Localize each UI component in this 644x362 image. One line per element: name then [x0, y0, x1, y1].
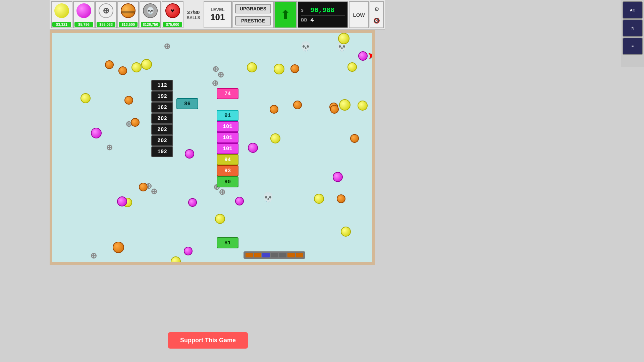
brick-block: 202 [151, 135, 173, 146]
ball-in-field [293, 101, 302, 109]
ball-slot-skull[interactable]: 💀 $126,750 [140, 1, 161, 28]
brick-block: 192 [151, 146, 173, 157]
ball-in-field [350, 134, 359, 143]
settings-gear-icon[interactable]: ⚙ [374, 6, 379, 12]
ball-in-field [341, 227, 351, 237]
quality-label: LOW [353, 12, 365, 18]
ball-in-field [118, 66, 127, 75]
ball-in-field [247, 62, 257, 72]
prestige-arrow-icon: ⬆ [280, 9, 290, 21]
upgrades-prestige-box: UPGRADES PRESTIGE [232, 1, 274, 28]
ball-plus-icon: ⊕ [99, 3, 113, 18]
ball-in-field [171, 256, 181, 265]
progress-seg [254, 253, 261, 257]
brick-block: 101 [217, 121, 238, 132]
balls-counter: 37/80 BALLS [184, 1, 203, 28]
brick-block: 202 [151, 113, 173, 124]
ball-in-field [141, 59, 152, 70]
ball-in-field [274, 64, 284, 74]
prestige-arrow-box[interactable]: ⬆ [274, 1, 297, 28]
ball-in-field [248, 143, 258, 153]
ball-in-field [339, 99, 351, 111]
ball-in-field [80, 93, 91, 103]
support-button[interactable]: Support This Game [168, 332, 248, 349]
ball-magenta [76, 3, 91, 18]
skull-icon: 💀 [262, 192, 274, 203]
settings-box: ⚙ 🔇 [370, 1, 384, 28]
quality-box: LOW [349, 1, 369, 28]
ball-slot-magenta[interactable]: $5,796 [73, 1, 95, 28]
brick-block: 101 [217, 143, 238, 154]
ball-skull-icon: 💀 [143, 3, 158, 18]
ball-yellow [54, 3, 69, 18]
brick-block: 202 [151, 124, 173, 135]
activity-button[interactable]: AC [623, 1, 643, 19]
brick-block: 90 [217, 176, 238, 187]
ball-in-field [235, 197, 244, 205]
ball-in-field [314, 194, 324, 204]
upgrades-button[interactable]: UPGRADES [235, 4, 271, 13]
ball-price-magenta: $5,796 [74, 22, 93, 27]
brick-block: 162 [151, 102, 173, 113]
brick-block: 192 [151, 91, 173, 102]
ball-in-field [184, 247, 193, 255]
ball-in-field [139, 183, 148, 191]
ball-red-icon: ☢ [165, 3, 180, 18]
sound-icon[interactable]: 🔇 [373, 17, 380, 24]
bb-value: 4 [310, 17, 314, 23]
level-box: LEVEL 101 [204, 1, 232, 28]
balls-label: BALLS [187, 15, 200, 20]
menu-icon: ≡ [632, 44, 634, 48]
ball-price-yellow: $3,321 [52, 22, 71, 27]
game-field[interactable]: ➤ ⊕ ⊕ ⊕ ⊕ ⊕ ⊕ ⊕ ⊕ ⊕ ⊕ ⊕ 💀 💀 💀 112 192 16… [50, 30, 375, 265]
cross-target: ⊕ [106, 143, 113, 152]
ball-in-field [124, 96, 133, 105]
ball-in-field [338, 33, 350, 44]
ball-in-field [270, 133, 280, 143]
ball-in-field [358, 101, 368, 111]
ball-price-orange-stripe: $13,500 [119, 22, 138, 27]
progress-seg [246, 253, 253, 257]
level-number: 101 [210, 12, 225, 22]
ball-in-field [333, 172, 343, 182]
ball-in-field [91, 128, 102, 138]
skull-icon: 💀 [300, 41, 312, 52]
activity-icon: AC [630, 8, 635, 12]
ball-in-field [185, 149, 194, 159]
ball-in-field [347, 62, 357, 72]
brick-block: 94 [217, 154, 238, 165]
hud-bar: $3,321 $5,796 ⊕ $55,033 $13,500 💀 $126,7… [50, 0, 385, 30]
progress-seg [279, 253, 286, 257]
brick-block: 101 [217, 132, 238, 143]
ball-slot-plus[interactable]: ⊕ $55,033 [95, 1, 117, 28]
menu-button[interactable]: ≡ [623, 38, 643, 55]
star-icon: ☆ [631, 26, 634, 31]
ball-slot-orange-stripe[interactable]: $13,500 [117, 1, 139, 28]
ball-in-field [131, 118, 140, 127]
favorites-button[interactable]: ☆ [623, 19, 643, 37]
ball-in-field [105, 60, 114, 69]
ball-slot-red[interactable]: ☢ $75,000 [162, 1, 183, 28]
cursor-arrow: ➤ [367, 49, 375, 61]
level-label: LEVEL [211, 7, 225, 12]
ball-in-field [215, 214, 225, 224]
ball-in-field [113, 242, 124, 253]
ball-price-skull: $126,750 [141, 22, 160, 27]
ball-price-plus: $55,033 [97, 22, 115, 27]
brick-block: 81 [217, 237, 238, 248]
cross-target: ⊕ [151, 187, 157, 195]
ball-in-field [117, 196, 127, 206]
right-panel: AC ☆ ≡ [621, 0, 644, 67]
ball-in-field [290, 64, 299, 73]
brick-block: 93 [217, 165, 238, 176]
ball-in-field [131, 62, 142, 72]
ball-slot-yellow[interactable]: $3,321 [51, 1, 72, 28]
cross-target: ⊕ [219, 188, 225, 196]
brick-block: 74 [217, 88, 238, 99]
cross-target: ⊕ [217, 71, 224, 79]
prestige-button[interactable]: PRESTIGE [235, 16, 271, 25]
bb-label: BB [301, 17, 309, 22]
progress-seg [271, 253, 278, 257]
ball-in-field [337, 194, 345, 203]
progress-seg [296, 253, 303, 257]
